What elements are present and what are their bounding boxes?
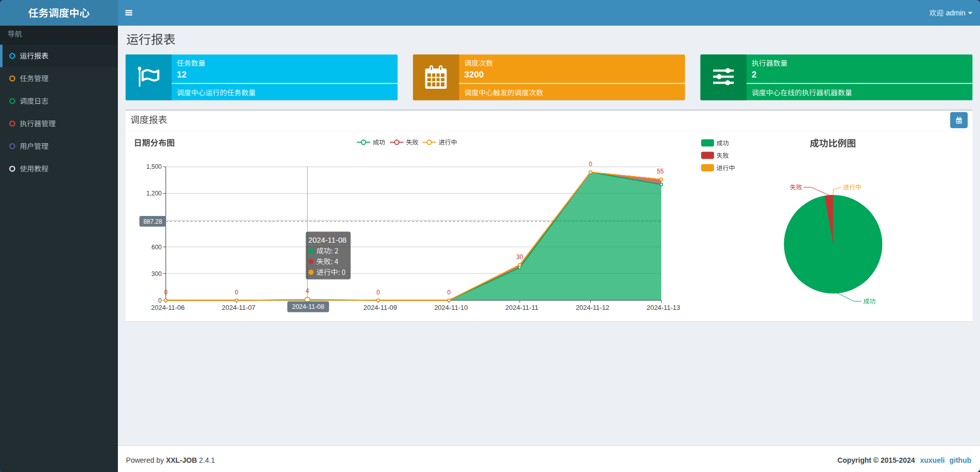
svg-text:300: 300 <box>151 270 161 278</box>
svg-text:0: 0 <box>158 297 162 304</box>
svg-text:3200: 3200 <box>464 70 484 80</box>
svg-text:0: 0 <box>164 289 168 296</box>
svg-text:2024-11-09: 2024-11-09 <box>363 304 397 311</box>
svg-text:Copyright © 2015-2024xuxueligi: Copyright © 2015-2024xuxueligithub <box>838 456 971 464</box>
svg-text:1,200: 1,200 <box>146 190 161 197</box>
svg-text:887.28: 887.28 <box>144 218 162 225</box>
svg-text:2024-11-13: 2024-11-13 <box>646 304 680 311</box>
svg-text:2024-11-08: 2024-11-08 <box>292 303 324 310</box>
svg-text:admin: admin <box>946 9 966 17</box>
svg-text:0: 0 <box>447 289 451 296</box>
svg-text:2024-11-11: 2024-11-11 <box>505 304 539 311</box>
svg-text:2024-11-06: 2024-11-06 <box>151 304 185 311</box>
svg-text:600: 600 <box>151 244 161 251</box>
svg-text:30: 30 <box>516 253 523 261</box>
svg-text:2024-11-10: 2024-11-10 <box>434 304 468 311</box>
svg-text:12: 12 <box>177 70 187 80</box>
svg-text:Powered by XXL-JOB 2.4.1: Powered by XXL-JOB 2.4.1 <box>126 456 215 464</box>
svg-text:4: 4 <box>305 287 309 294</box>
svg-text:0: 0 <box>235 289 238 296</box>
svg-text:0: 0 <box>376 289 380 296</box>
svg-text:55: 55 <box>657 168 664 175</box>
svg-text:2024-11-07: 2024-11-07 <box>222 304 256 311</box>
svg-text:0: 0 <box>589 161 593 168</box>
svg-text:2: 2 <box>752 70 757 80</box>
svg-text:2024-11-08: 2024-11-08 <box>309 236 347 244</box>
svg-text:2024-11-12: 2024-11-12 <box>576 304 609 311</box>
svg-text:1,500: 1,500 <box>146 163 161 170</box>
